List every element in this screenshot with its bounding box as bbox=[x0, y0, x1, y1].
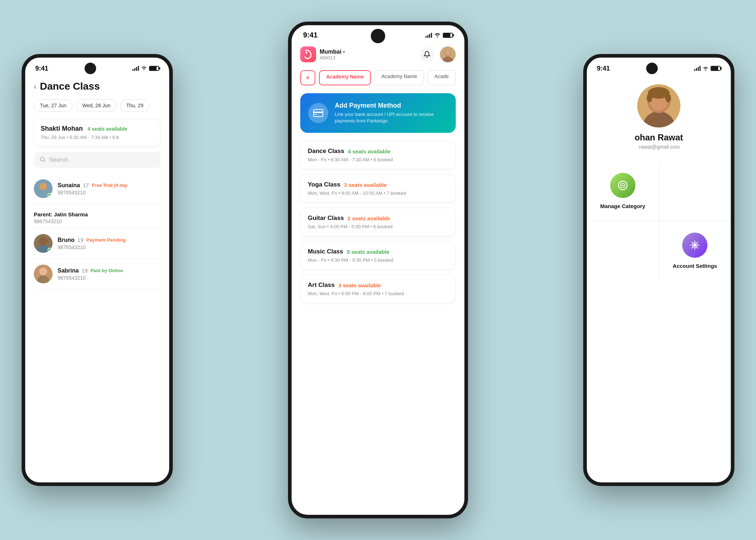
student-item-0[interactable]: Sunaina 17 Free Trial (4 day 9876543210 bbox=[34, 174, 161, 204]
account-settings-label: Account Settings bbox=[673, 263, 717, 269]
profile-section: ohan Rawat .rawat@gmail.com bbox=[587, 77, 731, 156]
svg-point-21 bbox=[665, 94, 671, 102]
student-item-2[interactable]: Sabrina 19 Paid by Online 9876543210 bbox=[34, 259, 161, 289]
svg-line-1 bbox=[44, 160, 45, 162]
online-indicator bbox=[48, 193, 52, 197]
class-meta-left: Thu, 29 Jun • 6:30 AM - 7:30 AM • 6 b bbox=[41, 135, 154, 140]
add-academy-button[interactable]: + bbox=[300, 70, 315, 85]
profile-avatar bbox=[637, 84, 680, 127]
academy-chip-0[interactable]: Academy Name bbox=[319, 70, 371, 85]
profile-email: .rawat@gmail.com bbox=[638, 144, 680, 150]
account-settings-icon bbox=[682, 233, 707, 258]
right-phone: 9:41 bbox=[583, 54, 734, 486]
parent-info: Parent: Jatin Sharma 9867543210 bbox=[34, 208, 161, 228]
user-avatar[interactable] bbox=[440, 46, 456, 62]
menu-cell-1 bbox=[659, 161, 731, 221]
svg-point-3 bbox=[37, 190, 49, 198]
menu-manage-category[interactable]: Manage Category bbox=[587, 161, 659, 221]
online-indicator-1 bbox=[48, 248, 52, 252]
menu-account-settings[interactable]: Account Settings bbox=[659, 221, 731, 280]
student-info-0: Sunaina 17 Free Trial (4 day 9876543210 bbox=[58, 182, 161, 195]
center-phone: 9:41 Mumbai ▾ bbox=[288, 22, 468, 518]
page-title: Dance Class bbox=[40, 81, 100, 92]
academy-chip-2[interactable]: Acade bbox=[428, 70, 456, 85]
manage-category-label: Manage Category bbox=[600, 203, 645, 209]
class-card-1[interactable]: Yoga Class 3 seats available Mon, Wed, F… bbox=[300, 174, 456, 203]
location-info: Mumbai ▾ 400013 bbox=[320, 49, 345, 60]
svg-point-5 bbox=[37, 245, 49, 253]
svg-point-4 bbox=[40, 183, 47, 190]
student-item-1[interactable]: Bruno 19 Payment Pending 9876543210 bbox=[34, 228, 161, 259]
date-chips: Tue, 27 Jun Wed, 28 Jun Thu, 29 bbox=[34, 99, 161, 112]
date-chip-0[interactable]: Tue, 27 Jun bbox=[34, 99, 72, 112]
class-card-left[interactable]: Shakti Mohan 4 seats available Thu, 29 J… bbox=[34, 119, 161, 146]
logo-area: Mumbai ▾ 400013 bbox=[300, 46, 345, 62]
class-card-4[interactable]: Art Class 3 seats available Mon, Wed, Fr… bbox=[300, 275, 456, 303]
payment-desc: Link your bank account / UPI account to … bbox=[335, 111, 448, 124]
svg-point-12 bbox=[445, 49, 450, 55]
manage-category-icon bbox=[610, 173, 635, 198]
student-avatar-0 bbox=[34, 179, 53, 198]
classes-list: Dance Class 4 seats available Mon - Fri … bbox=[292, 137, 464, 312]
header-icons bbox=[420, 46, 456, 62]
payment-text: Add Payment Method Link your bank accoun… bbox=[335, 102, 448, 124]
date-chip-2[interactable]: Thu, 29 bbox=[120, 99, 149, 112]
student-avatar-2 bbox=[34, 265, 53, 283]
class-card-0[interactable]: Dance Class 4 seats available Mon - Fri … bbox=[300, 141, 456, 169]
search-icon bbox=[40, 156, 45, 163]
right-status-icons bbox=[694, 65, 721, 72]
svg-rect-14 bbox=[314, 112, 323, 113]
svg-point-10 bbox=[442, 57, 454, 62]
class-card-3[interactable]: Music Class 5 seats available Mon - Fri … bbox=[300, 241, 456, 270]
academy-chip-1[interactable]: Academy Name bbox=[374, 70, 424, 85]
back-button[interactable]: ‹ bbox=[34, 82, 36, 91]
center-camera bbox=[371, 29, 385, 43]
pincode: 400013 bbox=[320, 55, 345, 60]
seats-left: 4 seats available bbox=[87, 126, 127, 132]
svg-point-6 bbox=[39, 237, 48, 246]
svg-point-9 bbox=[306, 52, 307, 54]
left-status-bar: 9:41 bbox=[25, 58, 169, 77]
right-signal bbox=[694, 66, 701, 71]
right-camera bbox=[646, 63, 658, 74]
right-status-bar: 9:41 bbox=[587, 58, 731, 77]
academy-chips: + Academy Name Academy Name Acade bbox=[292, 67, 464, 89]
signal-icon bbox=[132, 66, 139, 71]
right-wifi bbox=[703, 65, 708, 72]
class-card-2[interactable]: Guitar Class 2 seats available Sat, Sun … bbox=[300, 208, 456, 236]
student-avatar-1 bbox=[34, 234, 53, 253]
svg-point-7 bbox=[37, 275, 49, 283]
menu-cell-2 bbox=[587, 221, 659, 280]
center-battery bbox=[443, 33, 453, 38]
date-chip-1[interactable]: Wed, 28 Jun bbox=[76, 99, 116, 112]
center-time: 9:41 bbox=[303, 31, 318, 39]
wifi-icon bbox=[141, 66, 147, 71]
payment-banner[interactable]: Add Payment Method Link your bank accoun… bbox=[300, 93, 456, 133]
app-logo bbox=[300, 46, 316, 62]
right-battery bbox=[711, 66, 721, 71]
student-info-2: Sabrina 19 Paid by Online 9876543210 bbox=[58, 267, 161, 281]
app-header: Mumbai ▾ 400013 bbox=[292, 42, 464, 67]
student-info-1: Bruno 19 Payment Pending 9876543210 bbox=[58, 237, 161, 250]
chevron-icon[interactable]: ▾ bbox=[343, 49, 345, 54]
notification-button[interactable] bbox=[420, 47, 434, 62]
search-bar[interactable]: Search bbox=[34, 152, 161, 168]
back-header: ‹ Dance Class bbox=[34, 81, 161, 92]
search-placeholder: Search bbox=[49, 156, 68, 163]
center-wifi bbox=[434, 31, 441, 39]
class-name-left: Shakti Mohan 4 seats available bbox=[41, 125, 154, 132]
payment-title: Add Payment Method bbox=[335, 102, 448, 109]
svg-point-24 bbox=[622, 185, 624, 186]
center-status-icons bbox=[426, 31, 453, 39]
svg-rect-15 bbox=[315, 114, 317, 115]
left-time: 9:41 bbox=[35, 65, 48, 72]
svg-point-20 bbox=[647, 94, 652, 102]
left-phone: 9:41 ‹ Dance Class Tue, 27 Jun Wed, 28 J… bbox=[22, 54, 173, 486]
center-signal bbox=[426, 33, 432, 38]
left-status-icons bbox=[132, 66, 159, 71]
svg-point-25 bbox=[693, 244, 696, 247]
left-camera bbox=[85, 63, 96, 74]
svg-point-8 bbox=[39, 267, 47, 275]
battery-icon bbox=[149, 66, 159, 71]
city-name: Mumbai bbox=[320, 49, 341, 55]
